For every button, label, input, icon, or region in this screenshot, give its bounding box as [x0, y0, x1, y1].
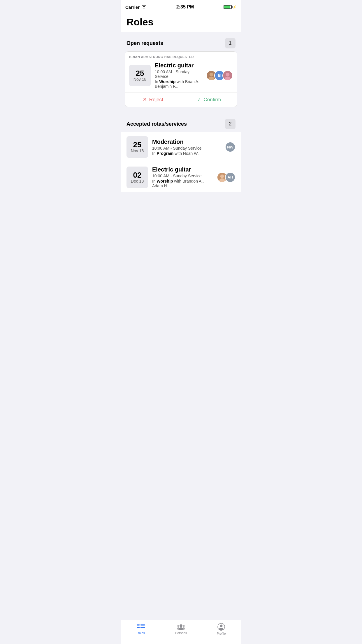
battery-indicator: ⚡: [224, 5, 237, 9]
reject-button[interactable]: ✕ Reject: [125, 92, 181, 107]
rota-1-date-box: 25 Nov 18: [126, 136, 148, 158]
request-card: BRIAN ARMSTRONG HAS REQUESTED 25 Nov 18 …: [125, 51, 237, 107]
battery-icon: [224, 5, 232, 9]
avatar-female: [222, 70, 233, 81]
rota-2-date-box: 02 Dec 18: [126, 167, 148, 188]
request-card-requester: BRIAN ARMSTRONG HAS REQUESTED: [125, 52, 237, 61]
svg-point-2: [208, 76, 214, 80]
charging-bolt: ⚡: [233, 5, 237, 9]
open-requests-section-header: Open requests 1: [121, 32, 241, 51]
rota-item-2[interactable]: 02 Dec 18 Electric guitar 10:00 AM - Sun…: [121, 162, 241, 192]
accepted-rotas-title: Accepted rotas/services: [126, 121, 187, 127]
svg-point-7: [220, 174, 224, 178]
rota-2-date-day: 02: [133, 171, 142, 179]
rota-2-date-month: Dec 18: [131, 179, 144, 183]
rota-2-avatars: AH: [217, 172, 236, 183]
svg-point-8: [219, 178, 225, 182]
rota-1-date-day: 25: [133, 141, 142, 148]
reject-label: Reject: [149, 97, 163, 103]
rota-1-event-time: 10:00 AM - Sunday Service: [152, 146, 221, 150]
rota-1-avatars: NW: [225, 142, 236, 152]
request-event-title: Electric guitar: [155, 62, 202, 69]
status-time: 2:35 PM: [176, 4, 194, 10]
carrier-info: Carrier: [125, 5, 147, 10]
svg-point-5: [225, 76, 231, 80]
rota-item-1[interactable]: 25 Nov 18 Moderation 10:00 AM - Sunday S…: [121, 132, 241, 162]
rota-2-event-info: Electric guitar 10:00 AM - Sunday Servic…: [152, 166, 213, 188]
page-header: Roles: [121, 13, 241, 32]
confirm-button[interactable]: ✓ Confirm: [181, 92, 237, 107]
open-requests-title: Open requests: [126, 40, 163, 46]
request-event-info: Electric guitar 10:00 AM - Sunday Servic…: [155, 62, 202, 89]
rota-1-date-month: Nov 18: [131, 148, 144, 153]
rota-1-event-location: In Program with Noah W.: [152, 151, 221, 156]
rota-2-event-location: In Worship with Brandon A., Adam H.: [152, 179, 213, 188]
avatar-nw: NW: [225, 142, 236, 152]
rota-2-event-title: Electric guitar: [152, 166, 213, 173]
request-date-day: 25: [136, 69, 144, 77]
request-action-buttons: ✕ Reject ✓ Confirm: [125, 92, 237, 107]
rota-2-location-group: Worship: [157, 179, 173, 183]
request-event-time: 10:00 AM - Sunday Service: [155, 69, 202, 79]
svg-point-1: [210, 73, 213, 76]
open-requests-badge: 1: [225, 38, 236, 48]
reject-icon: ✕: [143, 97, 147, 103]
rota-list: 25 Nov 18 Moderation 10:00 AM - Sunday S…: [121, 132, 241, 192]
request-location-group: Worship: [159, 79, 176, 84]
svg-point-4: [226, 73, 229, 76]
rota-2-event-time: 10:00 AM - Sunday Service: [152, 174, 213, 178]
request-event-location: In Worship with Brian A., Benjamin F....: [155, 79, 202, 89]
accepted-rotas-section: Accepted rotas/services 2 25 Nov 18 Mode…: [121, 113, 241, 192]
request-card-body: 25 Nov 18 Electric guitar 10:00 AM - Sun…: [125, 61, 237, 89]
avatar-adam: AH: [225, 172, 236, 183]
request-date-box: 25 Nov 18: [129, 65, 151, 86]
confirm-label: Confirm: [203, 97, 221, 103]
request-date-month: Nov 18: [133, 77, 146, 82]
request-avatars: B: [206, 70, 233, 81]
page-title: Roles: [126, 16, 236, 28]
rota-1-event-info: Moderation 10:00 AM - Sunday Service In …: [152, 139, 221, 156]
accepted-rotas-badge: 2: [225, 119, 236, 129]
rota-1-event-title: Moderation: [152, 139, 221, 145]
wifi-icon: [141, 5, 147, 10]
carrier-name: Carrier: [125, 5, 140, 10]
rota-1-location-group: Program: [157, 151, 174, 156]
accepted-rotas-section-header: Accepted rotas/services 2: [121, 113, 241, 132]
rota-1-location-suffix: with Noah W.: [175, 151, 198, 156]
confirm-icon: ✓: [197, 97, 201, 103]
status-bar: Carrier 2:35 PM ⚡: [121, 0, 241, 13]
